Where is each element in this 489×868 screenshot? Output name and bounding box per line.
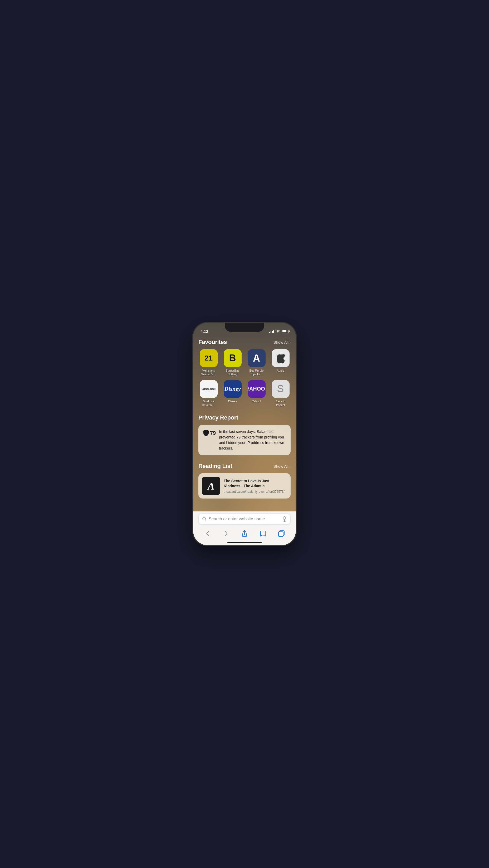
fav-icon-buypurple: A (248, 349, 266, 367)
svg-point-0 (203, 517, 206, 520)
back-button[interactable] (202, 528, 213, 539)
tabs-button[interactable] (276, 528, 287, 539)
reading-article-title: The Secret to Love Is Just Kindness - Th… (224, 478, 287, 489)
wifi-icon (276, 330, 280, 333)
reading-show-all-button[interactable]: Show All › (273, 464, 291, 468)
home-indicator (227, 542, 262, 543)
chevron-right-icon: › (289, 464, 291, 468)
reading-title: Reading List (198, 463, 232, 470)
signal-icon (269, 330, 274, 333)
search-bar[interactable]: Search or enter website name (198, 514, 291, 525)
share-button[interactable] (239, 528, 250, 539)
forward-button[interactable] (221, 528, 231, 539)
fav-item-disney[interactable]: Disney Disney (222, 380, 243, 407)
privacy-header: Privacy Report (198, 414, 291, 421)
fav-icon-apple (272, 349, 289, 367)
fav-label-21: Men's and Women's... (201, 369, 216, 376)
fav-icon-21: 21 (200, 349, 218, 367)
fav-icon-disney: Disney (224, 380, 242, 398)
search-placeholder: Search or enter website name (209, 517, 280, 521)
bottom-bar: Search or enter website name (193, 512, 296, 545)
fav-label-buypurple: Buy Purple Tops for... (249, 369, 264, 376)
reading-show-all-label: Show All (273, 464, 288, 468)
privacy-badge: 79 (203, 430, 216, 436)
reading-info: The Secret to Love Is Just Kindness - Th… (224, 478, 287, 494)
privacy-title: Privacy Report (198, 414, 238, 421)
search-icon (202, 517, 207, 521)
battery-fill (282, 330, 287, 332)
fav-item-21[interactable]: 21 Men's and Women's... (198, 349, 219, 376)
fav-label-disney: Disney (228, 400, 237, 403)
fav-icon-onelook: OneLook (200, 380, 218, 398)
reading-thumb-letter: A (208, 480, 215, 492)
privacy-report-section: Privacy Report (198, 414, 291, 455)
fav-item-burgerbae[interactable]: B BurgerBae clothing (222, 349, 243, 376)
privacy-description: In the last seven days, Safari has preve… (219, 429, 286, 451)
favourites-grid: 21 Men's and Women's... B BurgerBae clot… (198, 349, 291, 407)
fav-label-apple: Apple (277, 369, 284, 372)
battery-icon (282, 330, 288, 333)
phone-frame: 4:12 (193, 323, 296, 545)
fav-icon-pocket: S (272, 380, 289, 398)
tracker-count: 79 (210, 430, 216, 436)
show-all-label: Show All (273, 340, 288, 344)
fav-icon-burgerbae: B (224, 349, 242, 367)
fav-label-onelook: OneLook Reverse... (202, 400, 215, 407)
fav-label-pocket: Save to Pocket (276, 400, 285, 407)
main-content: Favourites Show All › 21 Men's and Women… (193, 336, 296, 521)
fav-label-burgerbae: BurgerBae clothing (225, 369, 240, 376)
svg-rect-5 (278, 532, 283, 536)
reading-article-url: theatlantic.com/healt...ly-ever-after/37… (224, 490, 287, 494)
fav-item-pocket[interactable]: S Save to Pocket (270, 380, 291, 407)
notch (225, 323, 264, 332)
reading-header: Reading List Show All › (198, 463, 291, 470)
fav-icon-yahoo: YAHOO! (248, 380, 266, 398)
reading-list-section: Reading List Show All › A The Secret to … (198, 463, 291, 498)
shield-icon (203, 430, 209, 436)
reading-thumbnail: A (202, 477, 220, 495)
fav-label-yahoo: Yahoo! (252, 400, 261, 403)
favourites-title: Favourites (198, 339, 227, 345)
toolbar (198, 527, 291, 540)
favourites-header: Favourites Show All › (198, 339, 291, 345)
chevron-right-icon: › (289, 340, 291, 344)
privacy-card[interactable]: 79 In the last seven days, Safari has pr… (198, 425, 291, 455)
status-icons (269, 330, 288, 333)
fav-item-buypurple[interactable]: A Buy Purple Tops for... (246, 349, 267, 376)
status-time: 4:12 (201, 329, 208, 334)
screen: 4:12 (193, 323, 296, 545)
fav-item-onelook[interactable]: OneLook OneLook Reverse... (198, 380, 219, 407)
microphone-icon (282, 517, 287, 522)
bookmarks-button[interactable] (258, 528, 268, 539)
svg-rect-1 (284, 517, 285, 520)
fav-item-apple[interactable]: Apple (270, 349, 291, 376)
fav-item-yahoo[interactable]: YAHOO! Yahoo! (246, 380, 267, 407)
reading-list-item[interactable]: A The Secret to Love Is Just Kindness - … (198, 473, 291, 498)
favourites-show-all-button[interactable]: Show All › (273, 340, 291, 344)
